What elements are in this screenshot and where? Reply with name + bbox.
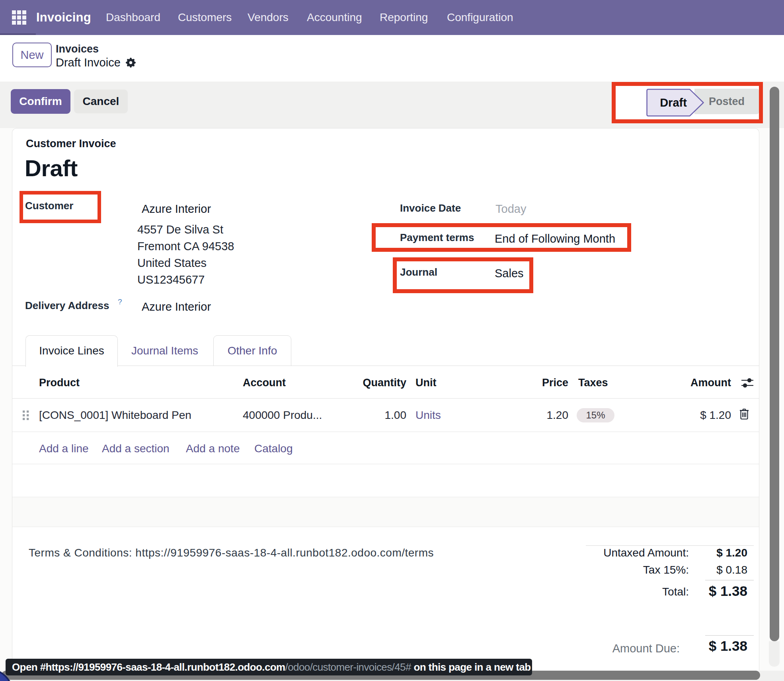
total-value: $ 1.38	[709, 583, 747, 599]
breadcrumb-parent[interactable]: Invoices	[56, 43, 99, 55]
invoice-date-input[interactable]: Today	[495, 202, 526, 216]
optional-columns-icon[interactable]	[741, 377, 754, 388]
total-label: Total:	[662, 586, 689, 598]
breadcrumb-current: Draft Invoice	[56, 56, 121, 69]
empty-table-row	[12, 497, 759, 527]
catalog-link[interactable]: Catalog	[254, 442, 293, 455]
tab-other-info[interactable]: Other Info	[213, 344, 291, 357]
amount-due-border	[705, 635, 754, 636]
address-line: US12345677	[137, 271, 234, 288]
tax-badge[interactable]: 15%	[577, 408, 614, 422]
actions-row-border	[12, 464, 759, 464]
confirm-button[interactable]: Confirm	[11, 89, 70, 114]
totals-top-border	[586, 545, 754, 546]
status-url-tooltip: Open #https://91959976-saas-18-4-all.run…	[6, 659, 532, 675]
tax-label: Tax 15%:	[643, 564, 689, 576]
nav-item-accounting[interactable]: Accounting	[307, 0, 362, 35]
tooltip-url-bold: Open #https://91959976-saas-18-4-all.run…	[12, 661, 285, 673]
odoo-invoicing-screen: Invoicing Dashboard Customers Vendors Ac…	[0, 0, 784, 681]
col-header-amount[interactable]: Amount	[690, 377, 731, 389]
col-header-product[interactable]: Product	[39, 377, 80, 389]
journal-label: Journal	[400, 266, 437, 278]
invoice-sheet	[12, 128, 759, 681]
help-question-mark[interactable]: ?	[118, 298, 122, 306]
delivery-address-label: Delivery Address	[25, 300, 109, 312]
total-separator	[705, 580, 754, 580]
cell-product[interactable]: [CONS_0001] Whiteboard Pen	[39, 409, 191, 422]
cell-amount: $ 1.20	[700, 409, 731, 422]
invoice-date-label: Invoice Date	[400, 202, 461, 214]
amount-due-label: Amount Due:	[612, 642, 680, 655]
col-header-price[interactable]: Price	[542, 377, 568, 389]
delivery-address-value[interactable]: Azure Interior	[142, 300, 211, 313]
untaxed-amount-label: Untaxed Amount:	[603, 547, 689, 559]
cancel-button[interactable]: Cancel	[74, 90, 128, 113]
nav-item-configuration[interactable]: Configuration	[447, 0, 513, 35]
address-line: Fremont CA 94538	[137, 238, 234, 255]
cell-unit[interactable]: Units	[415, 409, 441, 422]
nav-item-customers[interactable]: Customers	[178, 0, 232, 35]
nav-item-vendors[interactable]: Vendors	[248, 0, 289, 35]
app-name[interactable]: Invoicing	[36, 0, 91, 35]
customer-address: 4557 De Silva St Fremont CA 94538 United…	[137, 221, 234, 288]
trash-icon[interactable]	[739, 409, 749, 420]
tab-invoice-lines[interactable]: Invoice Lines	[25, 335, 118, 367]
document-state-title: Draft	[25, 155, 78, 181]
payment-terms-label: Payment terms	[400, 232, 474, 244]
vertical-scrollbar-thumb[interactable]	[770, 87, 779, 641]
top-navbar: Invoicing Dashboard Customers Vendors Ac…	[0, 0, 784, 35]
customer-field-value[interactable]: Azure Interior	[142, 202, 211, 216]
cell-price[interactable]: 1.20	[547, 409, 569, 422]
untaxed-amount-value: $ 1.20	[716, 547, 747, 559]
nav-item-reporting[interactable]: Reporting	[380, 0, 428, 35]
terms-and-conditions[interactable]: Terms & Conditions: https://91959976-saa…	[29, 547, 434, 559]
col-header-taxes[interactable]: Taxes	[578, 377, 608, 389]
document-type: Customer Invoice	[26, 138, 116, 150]
tooltip-url-path: /odoo/customer-invoices/45#	[285, 661, 411, 673]
tax-value: $ 0.18	[716, 564, 747, 576]
payment-terms-value[interactable]: End of Following Month	[495, 232, 615, 245]
col-header-account[interactable]: Account	[243, 377, 286, 389]
table-row-border	[12, 432, 759, 432]
col-header-unit[interactable]: Unit	[415, 377, 436, 389]
customer-field-label: Customer	[25, 200, 73, 212]
address-line: United States	[137, 255, 234, 271]
col-header-quantity[interactable]: Quantity	[363, 377, 406, 389]
drag-handle-icon[interactable]	[21, 410, 30, 421]
gear-icon[interactable]	[126, 58, 136, 68]
nav-item-dashboard[interactable]: Dashboard	[106, 0, 160, 35]
cell-account[interactable]: 400000 Produ...	[243, 409, 322, 422]
add-note-link[interactable]: Add a note	[186, 442, 240, 455]
annotation-statusbar: Posted Draft	[612, 82, 763, 123]
status-draft-label: Draft	[646, 89, 701, 117]
tooltip-suffix: on this page in a new tab	[411, 661, 531, 673]
cell-quantity[interactable]: 1.00	[385, 409, 407, 422]
tab-journal-items[interactable]: Journal Items	[131, 344, 198, 357]
apps-grid-icon[interactable]	[12, 10, 26, 25]
amount-due-value: $ 1.38	[709, 638, 747, 654]
address-line: 4557 De Silva St	[137, 221, 234, 238]
add-section-link[interactable]: Add a section	[102, 442, 170, 455]
breadcrumb-bar: New Invoices Draft Invoice	[0, 35, 784, 82]
add-line-link[interactable]: Add a line	[39, 442, 89, 455]
journal-value[interactable]: Sales	[495, 267, 524, 280]
tabs-bottom-border	[12, 366, 759, 366]
new-button[interactable]: New	[12, 43, 52, 67]
vertical-scrollbar-track[interactable]	[769, 641, 780, 667]
table-header-border	[12, 398, 759, 399]
